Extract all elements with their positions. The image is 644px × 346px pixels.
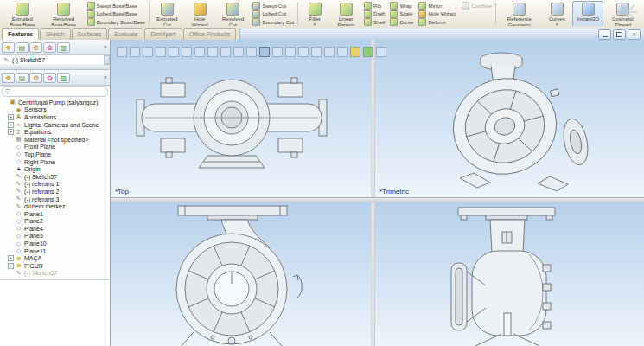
viewport-front-view[interactable]	[111, 202, 371, 346]
draft-analysis-icon[interactable]	[311, 47, 322, 57]
previous-view-icon[interactable]	[156, 47, 166, 57]
tree-item-figur[interactable]: +FIGUR	[0, 262, 110, 270]
tree-item-annotations[interactable]: +Annotations	[0, 113, 110, 121]
tab-evaluate[interactable]: Evaluate	[108, 28, 143, 40]
expand-plus-icon[interactable]: +	[8, 114, 14, 120]
tree-item-referans-3[interactable]: (-) referans 3	[0, 195, 110, 203]
scale-button[interactable]: Scale	[388, 10, 415, 18]
configurationmanager-tab[interactable]: ⚙	[29, 73, 42, 83]
deform-button[interactable]: Deform	[417, 18, 458, 26]
tree-item-material-not-specified[interactable]: Material <not specified>	[0, 136, 110, 144]
shaded-with-edges-icon[interactable]	[259, 47, 270, 57]
realview-icon[interactable]	[298, 47, 309, 57]
displaymanager-tab[interactable]: ▥	[57, 42, 70, 53]
tree-item-plane4[interactable]: Plane4	[0, 225, 110, 233]
tree-item-plane2[interactable]: Plane2	[0, 218, 110, 226]
extruded-boss-base-button[interactable]: Extruded Boss/Base	[2, 1, 43, 27]
standard-views-icon[interactable]	[194, 47, 205, 57]
dome-button[interactable]: Dome	[388, 18, 415, 26]
tree-item-sketch57-top-pane[interactable]: (-) Sketch57	[0, 55, 110, 66]
viewport-top-view[interactable]: *Top	[111, 40, 371, 197]
wireframe-icon[interactable]	[207, 47, 218, 57]
tree-filter[interactable]: ▽	[2, 86, 108, 97]
boundary-cut-button[interactable]: Boundary Cut	[251, 18, 296, 26]
tree-item-sketch57[interactable]: (-) Sketch57	[0, 270, 110, 278]
tree-item-sensors[interactable]: Sensors	[0, 106, 110, 114]
lofted-boss-base-button[interactable]: Lofted Boss/Base	[86, 10, 147, 18]
tab-dimxpert[interactable]: DimXpert	[144, 28, 182, 40]
tree-item-front-plane[interactable]: Front Plane	[0, 144, 110, 151]
tree-item-plane11[interactable]: Plane11	[0, 247, 110, 255]
swept-boss-base-button[interactable]: Swept Boss/Base	[86, 2, 147, 10]
tree-item-right-plane[interactable]: Right Plane	[0, 158, 110, 166]
zoom-to-area-icon[interactable]	[143, 47, 153, 57]
overflow-chevron[interactable]: »	[104, 44, 108, 50]
expand-plus-icon[interactable]: +	[8, 129, 14, 135]
tree-item-düzlem-merkez[interactable]: düzlem merkez	[0, 202, 110, 210]
tree-item-referans-1[interactable]: (-) referans 1	[0, 181, 110, 189]
featuremanager-design-tree-tab[interactable]: ❖	[2, 73, 15, 83]
fillet-button[interactable]: Fillet▾	[299, 1, 330, 27]
hole-wizard-button[interactable]: Hole Wizard	[184, 1, 216, 27]
view-settings-icon[interactable]	[376, 47, 386, 57]
curves-button[interactable]: Curves▾	[541, 1, 572, 27]
zebra-stripes-icon[interactable]	[324, 47, 335, 57]
configurationmanager-tab[interactable]: ⚙	[29, 42, 42, 53]
tree-item-referans-2[interactable]: (-) referans 2	[0, 188, 110, 195]
restore-button[interactable]	[613, 29, 626, 40]
dimxpertmanager-tab[interactable]: ✿	[43, 42, 56, 53]
close-button[interactable]: ✕	[628, 29, 641, 40]
instant3d-button[interactable]: Instant3D	[572, 1, 603, 27]
tree-item-lights-cameras-and-scene[interactable]: +Lights, Cameras and Scene	[0, 121, 110, 129]
revolved-boss-base-button[interactable]: Revolved Boss/Base	[43, 1, 85, 27]
select-icon[interactable]	[117, 47, 127, 57]
tab-surfaces[interactable]: Surfaces	[72, 28, 108, 40]
dimxpertmanager-tab[interactable]: ✿	[43, 73, 56, 83]
hidden-lines-removed-icon[interactable]	[233, 47, 244, 57]
expand-plus-icon[interactable]: +	[8, 255, 14, 261]
zoom-to-fit-icon[interactable]	[130, 47, 140, 57]
expand-plus-icon[interactable]: +	[8, 122, 14, 128]
shell-button[interactable]: Shell	[362, 18, 386, 26]
tree-item-plane10[interactable]: Plane10	[0, 240, 110, 247]
apply-scene-icon[interactable]	[363, 47, 373, 57]
tree-item-equations[interactable]: +Equations	[0, 128, 110, 136]
tree-item-plane1[interactable]: Plane1	[0, 210, 110, 218]
boundary-boss-base-button[interactable]: Boundary Boss/Base	[86, 18, 147, 26]
hole-wizard-button[interactable]: Hole Wizard	[417, 10, 458, 18]
tree-item-maça[interactable]: +MAÇA	[0, 254, 110, 262]
viewport-right-view[interactable]	[375, 202, 644, 346]
propertymanager-tab[interactable]: ▤	[16, 73, 29, 83]
perspective-icon[interactable]	[285, 47, 296, 57]
linear-pattern-button[interactable]: Linear Pattern▾	[330, 1, 361, 27]
hidden-lines-visible-icon[interactable]	[220, 47, 231, 57]
shadows-icon[interactable]	[272, 47, 283, 57]
combine-button[interactable]: Combine	[460, 2, 494, 10]
section-view-icon[interactable]	[169, 47, 179, 57]
edit-appearance-icon[interactable]	[350, 47, 360, 57]
mirror-button[interactable]: Mirror	[417, 2, 458, 10]
draft-button[interactable]: Draft	[362, 10, 386, 18]
lofted-cut-button[interactable]: Lofted Cut	[251, 10, 296, 18]
displaymanager-tab[interactable]: ▥	[57, 73, 70, 83]
tab-features[interactable]: Features	[2, 28, 39, 40]
rib-button[interactable]: Rib	[362, 2, 386, 10]
revolved-cut-button[interactable]: Revolved Cut	[216, 1, 251, 27]
overflow-chevron[interactable]: »	[104, 74, 108, 80]
extruded-cut-button[interactable]: Extruded Cut	[150, 1, 184, 27]
viewport-trimetric-view[interactable]: *Trimetric	[375, 40, 644, 197]
wrap-button[interactable]: Wrap	[388, 2, 415, 10]
minimize-button[interactable]	[598, 29, 611, 40]
camera-icon[interactable]	[337, 47, 348, 57]
view-orientation-icon[interactable]	[182, 47, 192, 57]
tree-item-origin[interactable]: Origin	[0, 165, 110, 173]
expand-plus-icon[interactable]: +	[8, 263, 14, 269]
pane-scrollbar[interactable]	[104, 55, 110, 65]
propertymanager-tab[interactable]: ▤	[16, 42, 29, 53]
tab-sketch[interactable]: Sketch	[40, 28, 70, 40]
tree-item-top-plane[interactable]: Top Plane	[0, 151, 110, 158]
tree-item-centrifugal-pump-salyangoz[interactable]: Centrifugal Pump (salyangoz)	[0, 99, 110, 106]
viewport-splitter-vertical[interactable]	[371, 40, 375, 346]
swept-cut-button[interactable]: Swept Cut	[251, 2, 296, 10]
viewport-splitter-horizontal[interactable]	[111, 197, 644, 202]
